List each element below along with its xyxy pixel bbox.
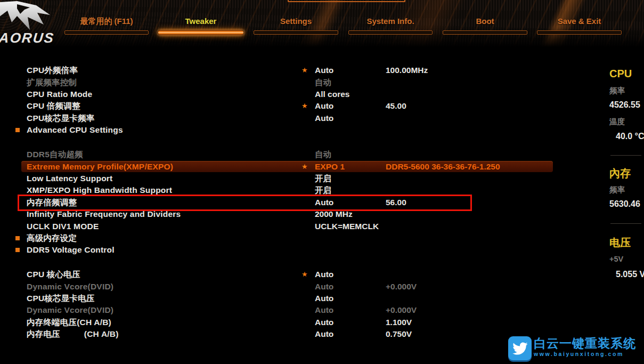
setting-label: CPU外频倍率: [27, 65, 78, 76]
annotation-highlight-box: [18, 195, 472, 211]
setting-row-cpu-bclk[interactable]: CPU外频倍率 ★ Auto 100.00MHz: [0, 64, 607, 76]
setting-label: 内存终端电压(CH A/B): [27, 317, 111, 328]
setting-row-ddr5-auto-oc[interactable]: DDR5自动超频 自动: [0, 149, 607, 160]
tab-boot[interactable]: Boot: [443, 0, 527, 37]
setting-row-uclk-div1-mode[interactable]: UCLK DIV1 MODE UCLK=MEMCLK: [0, 220, 607, 232]
setting-current: 1.100V: [386, 318, 412, 327]
setting-row-igpu-freq[interactable]: CPU核芯显卡频率 Auto: [0, 112, 607, 124]
setting-row-dynamic-vcore-1[interactable]: Dynamic Vcore(DVID) Auto +0.000V: [0, 280, 607, 292]
setting-label: Dynamic Vcore(DVID): [27, 305, 113, 315]
setting-label: CPU 核心电压: [27, 269, 80, 280]
bios-screen: AORUS 最常用的 (F11) Tweaker Settings System…: [0, 0, 644, 364]
tab-tweaker[interactable]: Tweaker: [158, 0, 244, 37]
sidebar-memory-freq-value: 5630.46: [609, 199, 640, 209]
setting-label: UCLK DIV1 MODE: [27, 222, 99, 231]
setting-value: UCLK=MEMCLK: [315, 222, 379, 231]
top-navigation-bar: AORUS 最常用的 (F11) Tweaker Settings System…: [0, 0, 644, 49]
tab-label: Tweaker: [158, 17, 244, 26]
setting-value: Auto: [315, 294, 333, 303]
star-icon: ★: [301, 270, 308, 278]
setting-label: CPU核芯显卡频率: [27, 112, 95, 124]
tab-label: System Info.: [348, 17, 433, 26]
setting-value: Auto: [315, 66, 333, 75]
tab-label: Boot: [443, 17, 527, 26]
sidebar-cpu-freq-value: 4526.55: [609, 100, 640, 110]
setting-value: 自动: [315, 77, 331, 88]
watermark-title: 白云一键重装系统: [534, 336, 636, 350]
setting-row-igpu-voltage[interactable]: CPU核芯显卡电压 Auto: [0, 293, 607, 304]
voltage-section: CPU 核心电压 ★ Auto Dynamic Vcore(DVID) Auto…: [0, 269, 607, 340]
setting-label: DDR5自动超频: [27, 149, 83, 160]
setting-label: 高级内存设定: [27, 232, 77, 244]
tab-system-info[interactable]: System Info.: [348, 0, 433, 37]
sidebar-cpu-freq-label: 频率: [609, 86, 625, 96]
setting-current: 100.00MHz: [386, 66, 428, 75]
setting-row-ddr5-voltage-control[interactable]: DDR5 Voltage Control: [0, 244, 607, 256]
setting-current: 45.00: [386, 101, 406, 111]
setting-value: EXPO 1: [315, 162, 345, 172]
setting-value: Auto: [315, 318, 333, 327]
setting-row-advanced-memory-settings[interactable]: 高级内存设定: [0, 232, 607, 244]
falcon-icon: [0, 1, 58, 32]
tab-underline: [64, 30, 149, 35]
setting-row-cpu-ratio[interactable]: CPU 倍频调整 ★ Auto 45.00: [0, 100, 607, 112]
hardware-monitor-sidebar: CPU 频率 4526.55 温度 40.0 °C 內存 频率 5630.46 …: [609, 0, 644, 364]
setting-value: 开启: [315, 173, 331, 184]
sidebar-voltage-title: 电压: [609, 236, 631, 250]
aorus-logo: AORUS: [0, 0, 65, 49]
setting-label: CPU 倍频调整: [27, 101, 80, 112]
setting-current: DDR5-5600 36-36-36-76-1.250: [386, 162, 500, 172]
sidebar-divider: [610, 155, 641, 156]
sidebar-cpu-temp-label: 温度: [609, 117, 625, 127]
tab-label: Settings: [254, 17, 338, 26]
setting-row-cpu-ratio-mode[interactable]: CPU Ratio Mode All cores: [0, 88, 607, 100]
setting-row-dynamic-vcore-2[interactable]: Dynamic Vcore(DVID) Auto +0.000V: [0, 304, 607, 316]
setting-row-xmp-expo-profile[interactable]: Extreme Memory Profile(XMP/EXPO) ★ EXPO …: [0, 160, 607, 172]
tab-underline-active: [158, 30, 244, 35]
cpu-frequency-section: CPU外频倍率 ★ Auto 100.00MHz 扩展频率控制 自动 CPU R…: [0, 64, 607, 136]
sidebar-cpu-title: CPU: [609, 68, 632, 80]
watermark-text: 白云一键重装系统 www.baiyunxitong.com: [534, 336, 636, 357]
setting-label: DDR5 Voltage Control: [27, 245, 115, 255]
setting-row-cpu-vcore[interactable]: CPU 核心电压 ★ Auto: [0, 269, 607, 280]
sidebar-memory-freq-label: 频率: [609, 185, 625, 195]
setting-current: +0.000V: [386, 282, 417, 292]
star-icon: ★: [301, 102, 308, 110]
setting-label: CPU核芯显卡电压: [27, 293, 95, 304]
watermark-url: www.baiyunxitong.com: [534, 351, 636, 357]
setting-row-advanced-cpu-settings[interactable]: Advanced CPU Settings: [0, 124, 607, 136]
setting-label: 内存电压 (CH A/B): [27, 329, 119, 340]
watermark: 白云一键重装系统 www.baiyunxitong.com: [508, 336, 636, 360]
setting-label: 扩展频率控制: [27, 77, 77, 88]
setting-row-ext-freq-control[interactable]: 扩展频率控制 自动: [0, 76, 607, 88]
bird-icon: [508, 336, 532, 360]
tab-underline: [254, 30, 338, 35]
tab-settings[interactable]: Settings: [254, 0, 338, 37]
setting-value: Auto: [315, 101, 333, 111]
setting-current: 0.750V: [386, 329, 412, 339]
setting-value: Auto: [315, 282, 333, 292]
tab-underline: [443, 30, 527, 35]
setting-label: CPU Ratio Mode: [27, 90, 92, 99]
tab-favorites[interactable]: 最常用的 (F11): [64, 0, 149, 37]
setting-row-vddq-voltage[interactable]: 内存终端电压(CH A/B) Auto 1.100V: [0, 317, 607, 328]
setting-row-low-latency-support[interactable]: Low Latency Support 开启: [0, 173, 607, 184]
sidebar-divider: [610, 223, 641, 224]
setting-label: XMP/EXPO High Bandwidth Support: [27, 185, 172, 195]
setting-value: Auto: [315, 329, 333, 339]
setting-label: Advanced CPU Settings: [27, 125, 123, 135]
setting-value: 自动: [315, 149, 331, 160]
brand-name: AORUS: [0, 30, 55, 46]
sidebar-memory-title: 內存: [609, 166, 631, 181]
star-icon: ★: [301, 66, 308, 74]
setting-value: Auto: [315, 305, 333, 315]
setting-label: Dynamic Vcore(DVID): [27, 282, 113, 292]
setting-value: Auto: [315, 270, 333, 279]
setting-label: Extreme Memory Profile(XMP/EXPO): [27, 162, 173, 172]
sidebar-5v-label: +5V: [609, 255, 623, 263]
star-icon: ★: [301, 163, 308, 171]
setting-value: Auto: [315, 114, 333, 123]
sidebar-5v-value: 5.055 V: [616, 270, 644, 279]
setting-label: Low Latency Support: [27, 174, 112, 183]
tab-label: 最常用的 (F11): [64, 17, 149, 27]
